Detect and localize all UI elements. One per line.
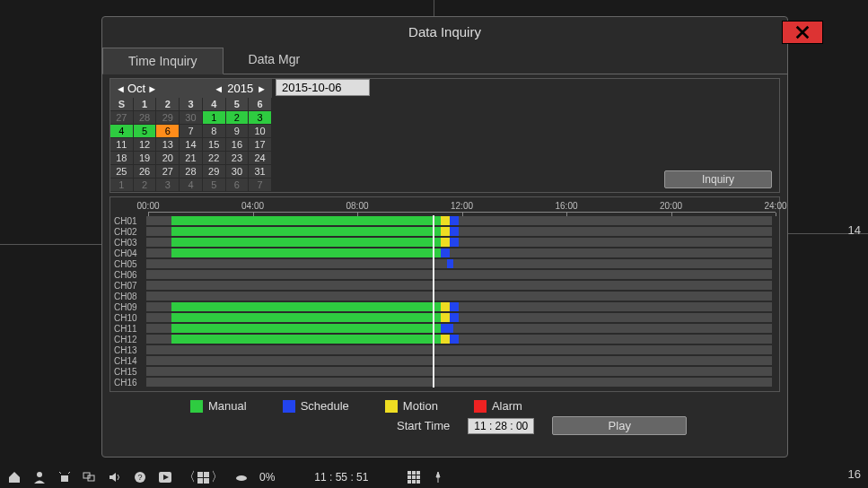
cal-day[interactable]: 4 (110, 125, 134, 138)
cal-day[interactable]: 21 (180, 152, 203, 165)
cal-day[interactable]: 27 (110, 111, 134, 125)
channel-bar[interactable] (146, 227, 772, 236)
cal-day[interactable]: 2 (226, 111, 250, 125)
channel-row: CH01 (112, 215, 776, 226)
cal-day[interactable]: 29 (203, 165, 226, 179)
cal-day[interactable]: 20 (156, 152, 180, 165)
channel-bar[interactable] (146, 281, 772, 290)
channel-bar[interactable] (146, 259, 772, 268)
cal-day[interactable]: 4 (180, 179, 203, 192)
segment-motion (441, 335, 450, 344)
channel-row: CH08 (112, 291, 776, 301)
cloud-icon[interactable] (234, 470, 249, 484)
segment-schedule (450, 216, 459, 225)
cal-day[interactable]: 2 (134, 179, 157, 192)
tab-time-inquiry[interactable]: Time Inquiry (102, 48, 224, 74)
monitors-icon[interactable] (83, 470, 97, 484)
channel-bar[interactable] (146, 367, 772, 376)
channel-bar[interactable] (146, 345, 772, 354)
cal-day[interactable]: 14 (180, 138, 203, 152)
cal-day[interactable]: 26 (134, 165, 157, 179)
channel-label: CH13 (112, 345, 146, 355)
close-icon (794, 24, 811, 40)
info-icon[interactable]: ? (133, 470, 147, 484)
channel-row: CH16 (112, 377, 776, 388)
cal-day[interactable]: 30 (226, 165, 250, 179)
cal-day[interactable]: 25 (110, 165, 134, 179)
date-input[interactable] (276, 79, 370, 96)
cal-day[interactable]: 17 (249, 138, 272, 152)
cal-day[interactable]: 10 (249, 125, 272, 138)
cal-day[interactable]: 24 (249, 152, 272, 165)
cal-day[interactable]: 6 (156, 125, 180, 138)
cal-day[interactable]: 3 (156, 179, 180, 192)
cal-day[interactable]: 16 (226, 138, 250, 152)
channel-bar[interactable] (146, 292, 772, 301)
svg-point-0 (37, 472, 42, 477)
start-time-input[interactable] (468, 418, 534, 434)
channel-bar[interactable] (146, 356, 772, 365)
cal-day[interactable]: 9 (226, 125, 250, 138)
channel-bar[interactable] (146, 335, 772, 344)
channel-bar[interactable] (146, 378, 772, 387)
channel-rows: CH01CH02CH03CH04CH05CH06CH07CH08CH09CH10… (112, 215, 776, 388)
cal-day[interactable]: 11 (110, 138, 134, 152)
cal-day[interactable]: 1 (203, 111, 226, 125)
channel-label: CH08 (112, 292, 146, 301)
home-icon[interactable] (7, 470, 22, 484)
user-icon[interactable] (32, 470, 47, 484)
pin-icon[interactable] (431, 470, 445, 484)
tab-data-mgr[interactable]: Data Mgr (224, 47, 326, 74)
channel-row: CH10 (112, 312, 776, 323)
cal-day[interactable]: 8 (203, 125, 226, 138)
channel-bar[interactable] (146, 324, 772, 333)
qr-icon[interactable] (408, 471, 420, 484)
channel-bar[interactable] (146, 270, 772, 279)
cal-day[interactable]: 28 (134, 111, 157, 125)
month-next-button[interactable]: ► (145, 83, 159, 94)
swatch-motion (385, 400, 398, 413)
cal-day[interactable]: 5 (134, 125, 157, 138)
cal-day[interactable]: 6 (226, 179, 250, 192)
year-prev-button[interactable]: ◄ (212, 83, 225, 94)
segment-motion (441, 313, 450, 322)
year-next-button[interactable]: ► (255, 83, 268, 94)
layout-prev-button[interactable]: 〈 (183, 469, 196, 485)
volume-icon[interactable] (108, 470, 122, 484)
calendar-month: Oct (127, 82, 145, 95)
channel-bar[interactable] (146, 248, 772, 257)
month-prev-button[interactable]: ◄ (114, 83, 127, 94)
cal-day[interactable]: 7 (249, 179, 272, 192)
cal-day[interactable]: 23 (226, 152, 250, 165)
layout-grid-icon[interactable] (197, 472, 209, 484)
cal-day[interactable]: 30 (180, 111, 203, 125)
channel-label: CH11 (112, 324, 146, 334)
inquiry-button[interactable]: Inquiry (664, 170, 772, 188)
cal-day[interactable]: 7 (180, 125, 203, 138)
play-icon[interactable] (158, 470, 172, 484)
layout-next-button[interactable]: 〉 (211, 469, 224, 485)
channel-bar[interactable] (146, 238, 772, 247)
cal-day[interactable]: 5 (203, 179, 226, 192)
play-button[interactable]: Play (552, 416, 687, 435)
svg-text:?: ? (137, 473, 142, 482)
channel-bar[interactable] (146, 302, 772, 311)
cal-day[interactable]: 31 (249, 165, 272, 179)
cal-day[interactable]: 18 (110, 152, 134, 165)
cal-day[interactable]: 19 (134, 152, 157, 165)
cal-day[interactable]: 28 (180, 165, 203, 179)
playhead-cursor[interactable] (433, 215, 434, 388)
cal-day[interactable]: 3 (249, 111, 272, 125)
channel-bar[interactable] (146, 216, 772, 225)
cal-day[interactable]: 15 (203, 138, 226, 152)
channel-bar[interactable] (146, 313, 772, 322)
cal-day[interactable]: 1 (110, 179, 134, 192)
close-button[interactable] (782, 21, 823, 44)
cal-day[interactable]: 12 (134, 138, 157, 152)
cal-day[interactable]: 27 (156, 165, 180, 179)
cal-day[interactable]: 29 (156, 111, 180, 125)
cal-day[interactable]: 22 (203, 152, 226, 165)
alarm-icon[interactable] (57, 470, 72, 484)
segment-manual (171, 302, 441, 311)
cal-day[interactable]: 13 (156, 138, 180, 152)
